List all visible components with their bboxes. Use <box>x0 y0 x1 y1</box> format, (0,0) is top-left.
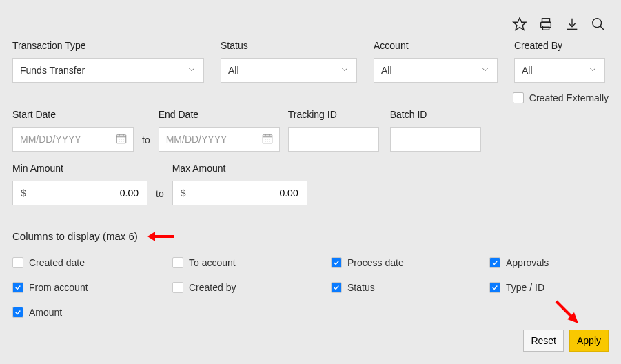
column-option[interactable]: From account <box>12 282 172 293</box>
column-option-label: From account <box>29 282 88 293</box>
currency-symbol: $ <box>172 181 194 205</box>
created-by-label: Created By <box>514 40 605 51</box>
chevron-down-icon <box>480 65 490 77</box>
checkbox-box <box>12 282 23 293</box>
end-date-input[interactable] <box>159 127 280 152</box>
checkbox-box <box>489 282 500 293</box>
svg-point-4 <box>593 19 602 28</box>
column-option-label: Created date <box>29 257 85 268</box>
min-amount-label: Min Amount <box>12 163 147 174</box>
search-icon[interactable] <box>591 17 606 34</box>
column-option[interactable]: Created date <box>12 257 172 268</box>
checkbox-box <box>513 92 524 103</box>
checkbox-box <box>331 282 342 293</box>
checkbox-box <box>331 257 342 268</box>
status-value: All <box>228 65 239 76</box>
max-amount-label: Max Amount <box>172 163 307 174</box>
status-select[interactable]: All <box>221 58 357 83</box>
account-select[interactable]: All <box>374 58 498 83</box>
column-option-label: To account <box>189 257 236 268</box>
batch-id-label: Batch ID <box>390 109 481 120</box>
column-option-label: Amount <box>29 307 62 318</box>
checkbox-box <box>172 282 183 293</box>
max-amount-field[interactable] <box>201 187 300 199</box>
checkbox-box <box>12 257 23 268</box>
calendar-icon[interactable] <box>261 132 274 147</box>
max-amount-input[interactable]: $ <box>172 181 307 205</box>
column-option[interactable]: Created by <box>172 282 331 293</box>
svg-rect-3 <box>542 26 549 30</box>
svg-rect-1 <box>542 19 550 23</box>
end-date-field[interactable] <box>165 133 261 145</box>
start-date-label: Start Date <box>12 109 134 120</box>
transaction-type-label: Transaction Type <box>12 40 204 51</box>
tracking-id-field[interactable] <box>294 133 373 145</box>
start-date-input[interactable] <box>12 127 134 152</box>
end-date-label: End Date <box>159 109 280 120</box>
calendar-icon[interactable] <box>115 132 128 147</box>
column-option[interactable]: Amount <box>12 307 172 318</box>
tracking-id-input[interactable] <box>288 127 379 152</box>
checkbox-box <box>489 257 500 268</box>
reset-button[interactable]: Reset <box>523 330 564 352</box>
checkbox-box <box>12 307 23 318</box>
amount-separator: to <box>156 188 164 205</box>
batch-id-field[interactable] <box>396 133 475 145</box>
column-option-label: Type / ID <box>506 282 544 293</box>
chevron-down-icon <box>340 65 349 77</box>
min-amount-input[interactable]: $ <box>12 181 147 205</box>
column-option-label: Process date <box>347 257 404 268</box>
transaction-type-select[interactable]: Funds Transfer <box>12 58 204 83</box>
columns-title: Columns to display (max 6) <box>12 230 138 242</box>
account-label: Account <box>374 40 498 51</box>
print-icon[interactable] <box>538 17 553 34</box>
column-option-label: Status <box>347 282 375 293</box>
min-amount-field[interactable] <box>41 187 140 199</box>
star-icon[interactable] <box>512 17 527 34</box>
batch-id-input[interactable] <box>390 127 481 152</box>
column-option[interactable]: Approvals <box>489 257 621 268</box>
tracking-id-label: Tracking ID <box>288 109 379 120</box>
apply-button[interactable]: Apply <box>569 330 609 352</box>
created-by-value: All <box>522 65 533 76</box>
status-label: Status <box>221 40 357 51</box>
transaction-type-value: Funds Transfer <box>20 65 85 76</box>
column-option-label: Approvals <box>506 257 549 268</box>
download-icon[interactable] <box>564 17 580 34</box>
svg-marker-0 <box>513 18 526 30</box>
created-by-select[interactable]: All <box>514 58 605 83</box>
checkbox-box <box>172 257 183 268</box>
created-externally-label: Created Externally <box>529 92 609 103</box>
column-option[interactable]: Process date <box>331 257 489 268</box>
annotation-arrow-icon <box>146 233 172 240</box>
column-option-label: Created by <box>189 282 236 293</box>
date-separator: to <box>142 134 150 152</box>
start-date-field[interactable] <box>19 133 115 145</box>
created-externally-checkbox[interactable]: Created Externally <box>513 92 609 103</box>
column-option[interactable]: Type / ID <box>489 282 621 293</box>
column-option[interactable]: Status <box>331 282 489 293</box>
currency-symbol: $ <box>12 181 34 205</box>
account-value: All <box>381 65 392 76</box>
chevron-down-icon <box>187 65 196 77</box>
chevron-down-icon <box>588 65 598 77</box>
column-option[interactable]: To account <box>172 257 331 268</box>
